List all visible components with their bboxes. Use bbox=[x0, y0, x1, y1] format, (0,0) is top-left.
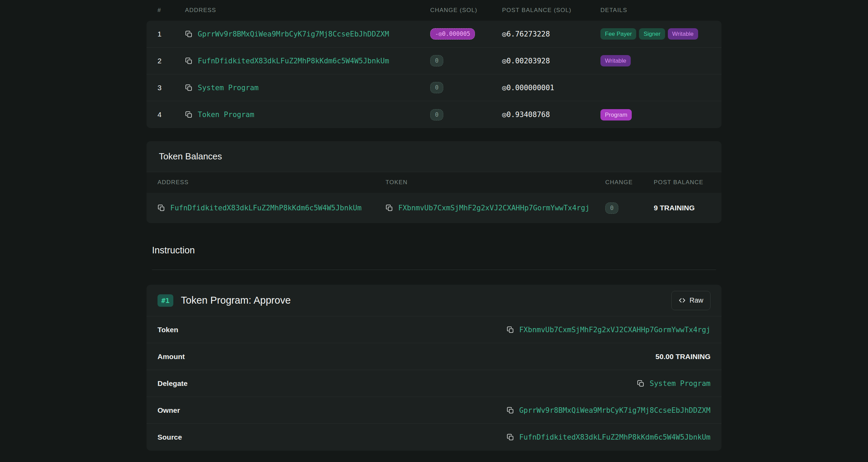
change-badge: 0 bbox=[430, 109, 443, 120]
detail-badge: Program bbox=[600, 109, 632, 120]
column-header-change: CHANGE (SOL) bbox=[430, 7, 502, 14]
detail-badge: Writable bbox=[600, 55, 631, 66]
change-badge: 0 bbox=[605, 202, 618, 214]
copy-icon[interactable] bbox=[507, 326, 514, 334]
address-link[interactable]: FXbnmvUb7CxmSjMhF2g2xVJ2CXAHHp7GormYwwTx… bbox=[398, 204, 589, 212]
details-cell: Writable bbox=[600, 55, 710, 66]
copy-icon[interactable] bbox=[158, 204, 165, 212]
column-header-details: DETAILS bbox=[600, 7, 710, 14]
address-link[interactable]: FXbnmvUb7CxmSjMhF2g2xVJ2CXAHHp7GormYwwTx… bbox=[519, 326, 710, 334]
token-balance-rows: FufnDfidkitedX83dkLFuZ2MhP8kKdm6c5W4W5Jb… bbox=[147, 193, 721, 223]
instruction-row: TokenFXbnmvUb7CxmSjMhF2g2xVJ2CXAHHp7Gorm… bbox=[147, 316, 721, 343]
instruction-title: Token Program: Approve bbox=[181, 295, 664, 306]
table-row: 1GprrWv9r8BMxQiWea9MrbCyK7ig7Mj8CcseEbJh… bbox=[147, 21, 721, 48]
instruction-row: Amount50.00 TRAINING bbox=[147, 343, 721, 370]
column-header-post-balance: POST BALANCE bbox=[654, 179, 710, 186]
details-cell: Fee PayerSignerWritable bbox=[600, 28, 710, 40]
detail-badge: Fee Payer bbox=[600, 28, 636, 40]
address-link[interactable]: System Program bbox=[198, 84, 259, 92]
instruction-row: DelegateSystem Program bbox=[147, 370, 721, 397]
table-row: 4Token Program0◎0.93408768Program bbox=[147, 101, 721, 128]
instruction-row-value: System Program bbox=[637, 379, 710, 388]
instruction-row-label: Amount bbox=[158, 353, 185, 361]
table-row: 2FufnDfidkitedX83dkLFuZ2MhP8kKdm6c5W4W5J… bbox=[147, 48, 721, 74]
column-header-index: # bbox=[158, 7, 185, 14]
instruction-row-value: GprrWv9r8BMxQiWea9MrbCyK7ig7Mj8CcseEbJhD… bbox=[507, 406, 710, 414]
change-cell: 0 bbox=[430, 109, 502, 120]
instruction-row-text: 50.00 TRAINING bbox=[655, 353, 710, 361]
token-cell: FXbnmvUb7CxmSjMhF2g2xVJ2CXAHHp7GormYwwTx… bbox=[386, 204, 605, 212]
instruction-row-label: Owner bbox=[158, 406, 180, 414]
post-balance-value: ◎0.00203928 bbox=[502, 57, 600, 65]
change-badge: -◎0.000005 bbox=[430, 28, 475, 40]
address-link[interactable]: FufnDfidkitedX83dkLFuZ2MhP8kKdm6c5W4W5Jb… bbox=[170, 204, 361, 212]
copy-icon[interactable] bbox=[185, 111, 193, 118]
address-link[interactable]: FufnDfidkitedX83dkLFuZ2MhP8kKdm6c5W4W5Jb… bbox=[198, 57, 389, 65]
raw-toggle-button[interactable]: Raw bbox=[671, 291, 710, 310]
token-balances-title: Token Balances bbox=[147, 141, 721, 172]
instruction-row-value: 50.00 TRAINING bbox=[655, 353, 710, 361]
instruction-row: SourceFufnDfidkitedX83dkLFuZ2MhP8kKdm6c5… bbox=[147, 424, 721, 451]
copy-icon[interactable] bbox=[185, 57, 193, 65]
post-balance-value: 9 TRAINING bbox=[654, 204, 710, 212]
change-cell: 0 bbox=[430, 55, 502, 66]
instruction-row-value: FufnDfidkitedX83dkLFuZ2MhP8kKdm6c5W4W5Jb… bbox=[507, 433, 710, 441]
change-cell: -◎0.000005 bbox=[430, 28, 502, 40]
instruction-row-label: Token bbox=[158, 326, 178, 334]
address-link[interactable]: FufnDfidkitedX83dkLFuZ2MhP8kKdm6c5W4W5Jb… bbox=[519, 433, 710, 441]
column-header-post-balance: POST BALANCE (SOL) bbox=[502, 7, 600, 14]
copy-icon[interactable] bbox=[185, 84, 193, 92]
address-cell: FufnDfidkitedX83dkLFuZ2MhP8kKdm6c5W4W5Jb… bbox=[185, 57, 430, 65]
copy-icon[interactable] bbox=[507, 433, 514, 441]
address-link[interactable]: Token Program bbox=[198, 111, 254, 119]
raw-button-label: Raw bbox=[690, 296, 703, 304]
change-badge: 0 bbox=[430, 55, 443, 66]
change-badge: 0 bbox=[430, 82, 443, 93]
address-cell: Token Program bbox=[185, 111, 430, 119]
row-index: 4 bbox=[158, 111, 185, 119]
row-index: 1 bbox=[158, 30, 185, 38]
account-table-header: # ADDRESS CHANGE (SOL) POST BALANCE (SOL… bbox=[147, 0, 721, 21]
main-content: # ADDRESS CHANGE (SOL) POST BALANCE (SOL… bbox=[147, 0, 721, 451]
detail-badge: Signer bbox=[639, 28, 665, 40]
instruction-row-value: FXbnmvUb7CxmSjMhF2g2xVJ2CXAHHp7GormYwwTx… bbox=[507, 326, 710, 334]
copy-icon[interactable] bbox=[507, 407, 514, 414]
address-cell: System Program bbox=[185, 84, 430, 92]
instruction-section-title: Instruction bbox=[152, 245, 716, 256]
table-row: 3System Program0◎0.000000001 bbox=[147, 74, 721, 101]
post-balance-value: ◎6.76273228 bbox=[502, 30, 600, 38]
table-row: FufnDfidkitedX83dkLFuZ2MhP8kKdm6c5W4W5Jb… bbox=[147, 193, 721, 223]
row-index: 2 bbox=[158, 57, 185, 65]
row-index: 3 bbox=[158, 84, 185, 92]
instruction-rows: TokenFXbnmvUb7CxmSjMhF2g2xVJ2CXAHHp7Gorm… bbox=[147, 316, 721, 451]
instruction-row-label: Delegate bbox=[158, 379, 188, 388]
post-balance-value: ◎0.000000001 bbox=[502, 84, 600, 92]
details-cell: Program bbox=[600, 109, 710, 120]
address-cell: FufnDfidkitedX83dkLFuZ2MhP8kKdm6c5W4W5Jb… bbox=[158, 204, 386, 212]
copy-icon[interactable] bbox=[637, 380, 644, 387]
change-cell: 0 bbox=[430, 82, 502, 93]
column-header-address: ADDRESS bbox=[158, 179, 386, 186]
address-link[interactable]: GprrWv9r8BMxQiWea9MrbCyK7ig7Mj8CcseEbJhD… bbox=[198, 30, 389, 38]
copy-icon[interactable] bbox=[386, 204, 393, 212]
instruction-index-badge: #1 bbox=[158, 294, 173, 307]
column-header-change: CHANGE bbox=[605, 179, 654, 186]
instruction-card: #1 Token Program: Approve Raw TokenFXbnm… bbox=[147, 285, 721, 451]
account-inputs-table: # ADDRESS CHANGE (SOL) POST BALANCE (SOL… bbox=[147, 0, 721, 128]
column-header-token: TOKEN bbox=[386, 179, 605, 186]
copy-icon[interactable] bbox=[185, 30, 193, 38]
instruction-row-label: Source bbox=[158, 433, 182, 441]
instruction-card-header: #1 Token Program: Approve Raw bbox=[147, 285, 721, 316]
section-divider bbox=[152, 270, 716, 270]
address-link[interactable]: GprrWv9r8BMxQiWea9MrbCyK7ig7Mj8CcseEbJhD… bbox=[519, 406, 710, 414]
address-cell: GprrWv9r8BMxQiWea9MrbCyK7ig7Mj8CcseEbJhD… bbox=[185, 30, 430, 38]
column-header-address: ADDRESS bbox=[185, 7, 430, 14]
token-balances-header: ADDRESS TOKEN CHANGE POST BALANCE bbox=[147, 172, 721, 193]
post-balance-value: ◎0.93408768 bbox=[502, 111, 600, 119]
token-balances-card: Token Balances ADDRESS TOKEN CHANGE POST… bbox=[147, 141, 721, 223]
detail-badge: Writable bbox=[668, 28, 698, 40]
instruction-row: OwnerGprrWv9r8BMxQiWea9MrbCyK7ig7Mj8Ccse… bbox=[147, 397, 721, 424]
account-rows: 1GprrWv9r8BMxQiWea9MrbCyK7ig7Mj8CcseEbJh… bbox=[147, 21, 721, 128]
change-cell: 0 bbox=[605, 202, 654, 214]
address-link[interactable]: System Program bbox=[650, 379, 710, 388]
